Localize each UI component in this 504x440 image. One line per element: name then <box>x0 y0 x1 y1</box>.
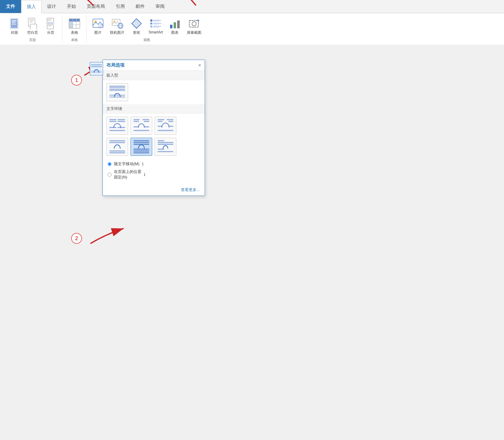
inline-section-label: 嵌入型 <box>103 71 205 80</box>
svg-rect-64 <box>109 96 125 98</box>
wrap-section-label: 文字环绕 <box>103 104 205 114</box>
svg-rect-14 <box>47 25 54 29</box>
svg-rect-67 <box>109 121 116 122</box>
wrap-option-in-front[interactable] <box>155 138 176 156</box>
wrap-option-tight[interactable] <box>131 117 152 135</box>
arrow-to-behind-text <box>75 222 136 253</box>
svg-rect-2 <box>12 20 17 21</box>
ribbon-item-smartart[interactable]: SmartArt <box>147 16 165 36</box>
ribbon-item-shape[interactable]: 形状 <box>129 16 144 36</box>
svg-rect-24 <box>69 22 73 24</box>
more-link[interactable]: 查看更多... <box>103 185 205 196</box>
svg-rect-1 <box>11 19 17 28</box>
svg-rect-88 <box>109 150 125 152</box>
wrap-option-behind-text[interactable] <box>131 138 152 156</box>
picture-icon <box>92 17 104 30</box>
svg-rect-65 <box>109 119 116 120</box>
layout-popup: 布局选项 × 嵌入型 文字环绕 <box>102 60 205 196</box>
svg-point-30 <box>114 20 115 22</box>
ribbon-content: 封面 空白页 <box>0 13 504 45</box>
ribbon-tab-bar: 文件 插入 设计 开始 页面布局 引用 邮件 审阅 <box>0 0 504 13</box>
svg-rect-78 <box>134 130 149 131</box>
tab-reference[interactable]: 引用 <box>110 0 130 13</box>
wrap-option-square[interactable] <box>106 117 128 135</box>
tab-design[interactable]: 设计 <box>42 0 61 13</box>
online-picture-icon <box>111 17 123 30</box>
layout-icon-outside <box>90 62 106 75</box>
svg-rect-86 <box>109 140 125 141</box>
page-group-items: 封面 空白页 <box>7 16 58 36</box>
svg-rect-48 <box>174 22 176 28</box>
tab-mail[interactable]: 邮件 <box>130 0 150 13</box>
ribbon-item-picture[interactable]: 图片 <box>90 16 106 36</box>
svg-rect-47 <box>170 25 172 28</box>
tab-file[interactable]: 文件 <box>0 0 21 13</box>
ribbon-group-table: 表格 表格 <box>62 15 87 43</box>
svg-rect-77 <box>144 126 149 127</box>
page-break-icon <box>45 17 57 30</box>
shape-label: 形状 <box>133 30 140 35</box>
chart-label: 图表 <box>171 30 178 35</box>
inline-options <box>103 80 205 104</box>
layout-popup-close-button[interactable]: × <box>198 63 201 68</box>
radio-move-with-text[interactable]: 随文字移动(M) ℹ <box>108 161 200 167</box>
ribbon-item-pagebreak[interactable]: 分页 <box>43 16 58 36</box>
illustration-group-name: 插图 <box>143 38 150 42</box>
svg-rect-25 <box>69 25 73 28</box>
radio-fixed-position[interactable]: 在页面上的位置 固定(N) ℹ <box>108 169 200 180</box>
svg-rect-75 <box>144 121 149 122</box>
tab-page-layout[interactable]: 页面布局 <box>81 0 110 13</box>
info-icon-fixed: ℹ <box>144 172 145 177</box>
svg-rect-93 <box>134 149 149 150</box>
ribbon-item-table[interactable]: 表格 <box>67 16 82 36</box>
ribbon: 文件 插入 设计 开始 页面布局 引用 邮件 审阅 <box>0 0 504 45</box>
svg-rect-100 <box>158 151 173 152</box>
wrap-options-row2 <box>103 138 205 159</box>
inline-option-btn[interactable] <box>106 83 128 101</box>
svg-point-51 <box>192 22 196 26</box>
svg-rect-38 <box>150 20 152 22</box>
svg-rect-40 <box>153 21 159 22</box>
step-circle-1-popup: 1 <box>71 75 82 86</box>
step-circle-2-popup: 2 <box>71 233 82 244</box>
pagebreak-label: 分页 <box>47 30 54 35</box>
svg-rect-79 <box>158 119 164 120</box>
smartart-label: SmartArt <box>149 30 163 34</box>
tab-review[interactable]: 审阅 <box>150 0 170 13</box>
cover-icon <box>8 17 20 30</box>
table-group-items: 表格 <box>67 16 82 36</box>
ribbon-item-screenshot[interactable]: 屏幕截图 <box>185 16 203 36</box>
wrap-option-top-bottom[interactable] <box>106 138 128 156</box>
svg-marker-37 <box>132 19 141 28</box>
svg-rect-68 <box>118 121 125 122</box>
wrap-option-through[interactable] <box>155 117 176 135</box>
screenshot-label: 屏幕截图 <box>187 30 201 35</box>
svg-rect-46 <box>153 27 159 28</box>
ribbon-item-chart[interactable]: 图表 <box>167 16 183 36</box>
svg-rect-22 <box>73 19 76 21</box>
tab-start[interactable]: 开始 <box>61 0 81 13</box>
svg-rect-69 <box>109 127 116 128</box>
svg-rect-63 <box>109 95 125 96</box>
svg-rect-81 <box>158 121 162 122</box>
ribbon-item-online-picture[interactable]: 联机图片 <box>108 16 126 36</box>
svg-rect-80 <box>167 119 173 120</box>
svg-rect-9 <box>30 24 37 30</box>
radio-fixed-input[interactable] <box>108 173 112 177</box>
svg-rect-59 <box>91 72 102 73</box>
radio-move-input[interactable] <box>108 162 112 166</box>
svg-rect-23 <box>77 19 80 21</box>
main-area: 1 2 <box>0 45 504 376</box>
page-group-name: 页面 <box>29 38 36 42</box>
radio-move-label: 随文字移动(M) <box>114 161 140 167</box>
wrap-options-row1 <box>103 114 205 138</box>
online-picture-label: 联机图片 <box>110 30 124 35</box>
tab-insert[interactable]: 插入 <box>21 0 42 13</box>
svg-rect-87 <box>109 142 125 143</box>
svg-rect-71 <box>109 130 125 131</box>
ribbon-item-blank[interactable]: 空白页 <box>25 16 40 36</box>
svg-rect-97 <box>158 142 173 143</box>
ribbon-item-cover[interactable]: 封面 <box>7 16 22 36</box>
table-group-name: 表格 <box>71 38 78 42</box>
svg-rect-85 <box>158 130 173 131</box>
